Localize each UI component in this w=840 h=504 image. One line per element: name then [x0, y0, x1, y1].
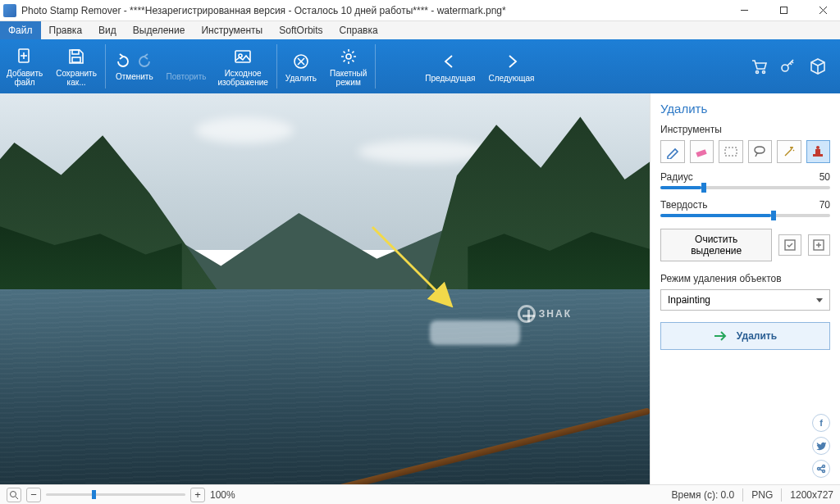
- panel-title: Удалить: [660, 102, 830, 116]
- twitter-icon[interactable]: [812, 437, 830, 455]
- svg-rect-21: [813, 154, 823, 157]
- save-selection-button[interactable]: [778, 234, 801, 256]
- svg-point-14: [346, 54, 351, 59]
- radius-slider[interactable]: Радиус50: [660, 171, 830, 189]
- svg-rect-7: [72, 50, 79, 54]
- save-as-button[interactable]: Сохранить как...: [49, 39, 103, 93]
- original-image-icon: [232, 46, 253, 67]
- watermark-text: ЗНАК: [518, 305, 572, 323]
- key-icon[interactable]: [778, 56, 799, 77]
- svg-point-16: [763, 71, 765, 74]
- zoom-percent: 100%: [210, 489, 235, 501]
- ribbon-toolbar: Добавить файл Сохранить как... Отменить: [0, 39, 840, 93]
- svg-rect-20: [725, 148, 737, 156]
- cube-icon[interactable]: [807, 56, 829, 77]
- tools-row: [660, 140, 830, 163]
- main-area: ЗНАК Удалить Инструменты Радиус50 Твердо…: [0, 93, 840, 484]
- arrow-right-icon: [500, 51, 522, 72]
- side-panel: Удалить Инструменты Радиус50 Твердость70…: [650, 93, 840, 484]
- canvas[interactable]: ЗНАК: [0, 93, 650, 484]
- svg-rect-19: [696, 149, 707, 157]
- zoom-fit-button[interactable]: [7, 488, 21, 502]
- close-button[interactable]: [809, 1, 837, 20]
- remove-action-button[interactable]: Удалить: [660, 322, 830, 350]
- social-icons: f: [812, 414, 830, 478]
- svg-point-31: [11, 491, 16, 497]
- svg-line-18: [372, 227, 446, 301]
- delete-button[interactable]: Удалить: [279, 39, 323, 93]
- facebook-icon[interactable]: f: [812, 414, 830, 432]
- add-file-icon: [14, 46, 35, 67]
- statusbar: − + 100% Время (с): 0.0 PNG 1200x727: [0, 484, 840, 504]
- original-image-button[interactable]: Исходное изображение: [211, 39, 274, 93]
- svg-line-32: [16, 497, 18, 499]
- batch-mode-button[interactable]: Пакетный режим: [323, 39, 373, 93]
- svg-rect-1: [780, 7, 787, 14]
- save-icon: [66, 46, 87, 67]
- svg-line-29: [819, 467, 822, 469]
- selection-blob: [430, 320, 520, 345]
- redo-button[interactable]: [134, 51, 160, 70]
- menu-tools[interactable]: Инструменты: [193, 21, 271, 39]
- svg-point-26: [818, 468, 820, 470]
- titlebar: Photo Stamp Remover - ****Незарегистриро…: [0, 0, 840, 21]
- menu-file[interactable]: Файл: [0, 21, 41, 39]
- svg-rect-24: [785, 240, 795, 250]
- menubar: Файл Правка Вид Выделение Инструменты So…: [0, 21, 840, 39]
- tool-eraser[interactable]: [690, 140, 714, 163]
- tool-marquee[interactable]: [719, 140, 743, 163]
- next-button[interactable]: Следующая: [482, 39, 541, 93]
- zoom-slider[interactable]: [46, 493, 185, 496]
- app-icon: [3, 4, 16, 17]
- svg-line-30: [819, 470, 822, 471]
- image-preview: ЗНАК: [0, 93, 650, 484]
- gear-icon: [338, 46, 359, 67]
- cart-icon[interactable]: [748, 56, 769, 77]
- clear-selection-button[interactable]: Очистить выделение: [660, 229, 772, 261]
- arrow-right-green-icon: [714, 330, 728, 342]
- radius-value: 50: [819, 171, 830, 183]
- tool-lasso[interactable]: [748, 140, 773, 163]
- format-label: PNG: [751, 489, 773, 501]
- window-title: Photo Stamp Remover - ****Незарегистриро…: [21, 5, 730, 16]
- tool-pencil[interactable]: [660, 140, 685, 163]
- svg-rect-8: [72, 57, 80, 62]
- hardness-slider[interactable]: Твердость70: [660, 199, 830, 217]
- maximize-button[interactable]: [769, 1, 797, 20]
- load-selection-button[interactable]: [808, 234, 830, 256]
- svg-point-15: [756, 71, 759, 74]
- mode-combo[interactable]: Inpainting: [660, 289, 830, 311]
- time-label: Время (с): 0.0: [671, 489, 734, 501]
- tools-label: Инструменты: [660, 124, 830, 135]
- menu-edit[interactable]: Правка: [41, 21, 91, 39]
- menu-selection[interactable]: Выделение: [125, 21, 194, 39]
- menu-help[interactable]: Справка: [331, 21, 386, 39]
- share-icon[interactable]: [812, 460, 830, 478]
- tool-stamp[interactable]: [806, 140, 831, 163]
- undo-label: Отменить: [107, 70, 158, 83]
- annotation-arrow: [364, 219, 463, 317]
- redo-icon: [139, 52, 155, 69]
- chevron-down-icon: [816, 298, 823, 302]
- hardness-value: 70: [819, 199, 830, 211]
- svg-rect-22: [815, 149, 820, 154]
- dimensions-label: 1200x727: [790, 489, 833, 501]
- minimize-button[interactable]: [730, 1, 758, 20]
- zoom-out-button[interactable]: −: [26, 488, 41, 502]
- arrow-left-icon: [440, 51, 461, 72]
- svg-point-28: [823, 470, 825, 473]
- svg-rect-23: [816, 146, 819, 149]
- mode-label: Режим удаления объектов: [660, 273, 830, 284]
- redo-label: Повторить: [158, 70, 212, 83]
- menu-softorbits[interactable]: SoftOrbits: [271, 21, 331, 39]
- previous-button[interactable]: Предыдущая: [418, 39, 482, 93]
- undo-icon: [112, 52, 129, 69]
- tool-magic-wand[interactable]: [777, 140, 801, 163]
- undo-button[interactable]: [107, 51, 134, 70]
- svg-point-27: [823, 465, 825, 468]
- zoom-in-button[interactable]: +: [190, 488, 205, 502]
- add-file-button[interactable]: Добавить файл: [0, 39, 49, 93]
- delete-icon: [290, 51, 312, 72]
- svg-point-17: [782, 65, 788, 71]
- menu-view[interactable]: Вид: [90, 21, 125, 39]
